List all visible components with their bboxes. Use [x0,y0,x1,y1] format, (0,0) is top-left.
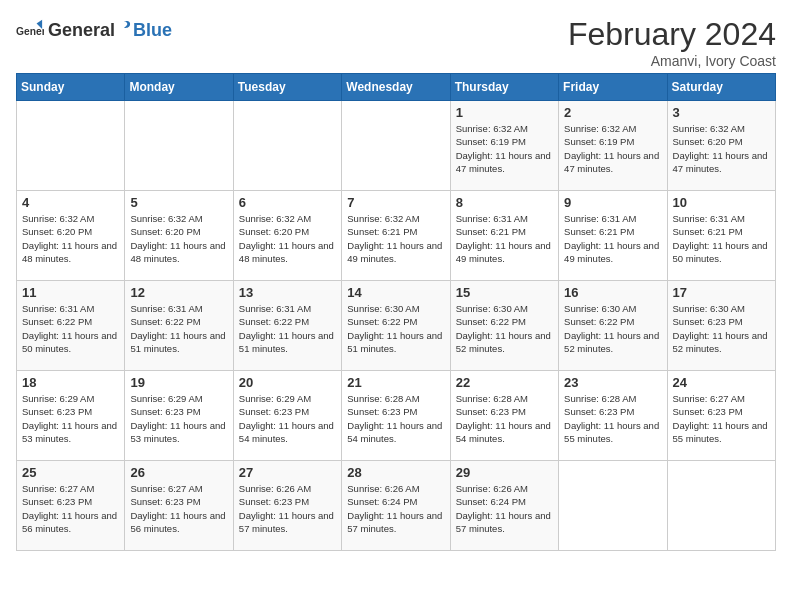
day-info: Sunrise: 6:32 AM Sunset: 6:20 PM Dayligh… [673,122,770,175]
day-info: Sunrise: 6:27 AM Sunset: 6:23 PM Dayligh… [130,482,227,535]
calendar-cell [17,101,125,191]
logo-bird-icon [116,20,132,36]
calendar-cell: 9Sunrise: 6:31 AM Sunset: 6:21 PM Daylig… [559,191,667,281]
day-number: 10 [673,195,770,210]
calendar-cell: 29Sunrise: 6:26 AM Sunset: 6:24 PM Dayli… [450,461,558,551]
day-info: Sunrise: 6:30 AM Sunset: 6:22 PM Dayligh… [347,302,444,355]
calendar-cell: 17Sunrise: 6:30 AM Sunset: 6:23 PM Dayli… [667,281,775,371]
calendar-cell: 15Sunrise: 6:30 AM Sunset: 6:22 PM Dayli… [450,281,558,371]
calendar-cell: 18Sunrise: 6:29 AM Sunset: 6:23 PM Dayli… [17,371,125,461]
title-block: February 2024 Amanvi, Ivory Coast [568,16,776,69]
day-info: Sunrise: 6:32 AM Sunset: 6:20 PM Dayligh… [130,212,227,265]
calendar-title: February 2024 [568,16,776,53]
logo-blue-text: Blue [133,20,172,41]
calendar-cell: 20Sunrise: 6:29 AM Sunset: 6:23 PM Dayli… [233,371,341,461]
day-info: Sunrise: 6:29 AM Sunset: 6:23 PM Dayligh… [22,392,119,445]
day-info: Sunrise: 6:31 AM Sunset: 6:21 PM Dayligh… [673,212,770,265]
day-info: Sunrise: 6:28 AM Sunset: 6:23 PM Dayligh… [456,392,553,445]
calendar-cell: 14Sunrise: 6:30 AM Sunset: 6:22 PM Dayli… [342,281,450,371]
day-number: 1 [456,105,553,120]
calendar-cell [125,101,233,191]
day-info: Sunrise: 6:32 AM Sunset: 6:19 PM Dayligh… [456,122,553,175]
calendar-cell: 13Sunrise: 6:31 AM Sunset: 6:22 PM Dayli… [233,281,341,371]
day-info: Sunrise: 6:30 AM Sunset: 6:22 PM Dayligh… [564,302,661,355]
calendar-cell: 11Sunrise: 6:31 AM Sunset: 6:22 PM Dayli… [17,281,125,371]
calendar-cell: 27Sunrise: 6:26 AM Sunset: 6:23 PM Dayli… [233,461,341,551]
day-number: 25 [22,465,119,480]
day-info: Sunrise: 6:28 AM Sunset: 6:23 PM Dayligh… [564,392,661,445]
day-number: 11 [22,285,119,300]
day-info: Sunrise: 6:31 AM Sunset: 6:21 PM Dayligh… [456,212,553,265]
day-number: 18 [22,375,119,390]
calendar-cell [342,101,450,191]
day-info: Sunrise: 6:31 AM Sunset: 6:22 PM Dayligh… [22,302,119,355]
calendar-cell [559,461,667,551]
day-number: 28 [347,465,444,480]
day-number: 20 [239,375,336,390]
day-number: 7 [347,195,444,210]
calendar-cell: 24Sunrise: 6:27 AM Sunset: 6:23 PM Dayli… [667,371,775,461]
day-number: 27 [239,465,336,480]
calendar-table: SundayMondayTuesdayWednesdayThursdayFrid… [16,73,776,551]
day-number: 26 [130,465,227,480]
day-number: 22 [456,375,553,390]
logo-general-text: General [48,20,115,41]
calendar-week-5: 25Sunrise: 6:27 AM Sunset: 6:23 PM Dayli… [17,461,776,551]
day-number: 19 [130,375,227,390]
calendar-cell: 10Sunrise: 6:31 AM Sunset: 6:21 PM Dayli… [667,191,775,281]
day-info: Sunrise: 6:32 AM Sunset: 6:20 PM Dayligh… [239,212,336,265]
day-number: 14 [347,285,444,300]
calendar-cell: 5Sunrise: 6:32 AM Sunset: 6:20 PM Daylig… [125,191,233,281]
day-number: 17 [673,285,770,300]
calendar-subtitle: Amanvi, Ivory Coast [568,53,776,69]
svg-text:General: General [16,26,44,37]
calendar-cell: 26Sunrise: 6:27 AM Sunset: 6:23 PM Dayli… [125,461,233,551]
day-info: Sunrise: 6:29 AM Sunset: 6:23 PM Dayligh… [239,392,336,445]
day-header-monday: Monday [125,74,233,101]
day-header-tuesday: Tuesday [233,74,341,101]
day-number: 29 [456,465,553,480]
calendar-week-1: 1Sunrise: 6:32 AM Sunset: 6:19 PM Daylig… [17,101,776,191]
calendar-week-3: 11Sunrise: 6:31 AM Sunset: 6:22 PM Dayli… [17,281,776,371]
day-number: 16 [564,285,661,300]
day-info: Sunrise: 6:27 AM Sunset: 6:23 PM Dayligh… [22,482,119,535]
calendar-week-4: 18Sunrise: 6:29 AM Sunset: 6:23 PM Dayli… [17,371,776,461]
day-info: Sunrise: 6:30 AM Sunset: 6:22 PM Dayligh… [456,302,553,355]
day-header-wednesday: Wednesday [342,74,450,101]
day-info: Sunrise: 6:26 AM Sunset: 6:23 PM Dayligh… [239,482,336,535]
day-number: 9 [564,195,661,210]
calendar-cell: 8Sunrise: 6:31 AM Sunset: 6:21 PM Daylig… [450,191,558,281]
day-number: 23 [564,375,661,390]
day-number: 15 [456,285,553,300]
day-info: Sunrise: 6:31 AM Sunset: 6:22 PM Dayligh… [130,302,227,355]
day-info: Sunrise: 6:30 AM Sunset: 6:23 PM Dayligh… [673,302,770,355]
day-info: Sunrise: 6:26 AM Sunset: 6:24 PM Dayligh… [456,482,553,535]
calendar-cell: 4Sunrise: 6:32 AM Sunset: 6:20 PM Daylig… [17,191,125,281]
day-header-saturday: Saturday [667,74,775,101]
logo-icon: General [16,16,44,44]
day-number: 6 [239,195,336,210]
day-header-friday: Friday [559,74,667,101]
calendar-header-row: SundayMondayTuesdayWednesdayThursdayFrid… [17,74,776,101]
page-header: General General Blue February 2024 Amanv… [16,16,776,69]
calendar-week-2: 4Sunrise: 6:32 AM Sunset: 6:20 PM Daylig… [17,191,776,281]
calendar-cell [233,101,341,191]
calendar-cell: 28Sunrise: 6:26 AM Sunset: 6:24 PM Dayli… [342,461,450,551]
day-info: Sunrise: 6:26 AM Sunset: 6:24 PM Dayligh… [347,482,444,535]
day-number: 2 [564,105,661,120]
calendar-cell: 23Sunrise: 6:28 AM Sunset: 6:23 PM Dayli… [559,371,667,461]
calendar-cell: 6Sunrise: 6:32 AM Sunset: 6:20 PM Daylig… [233,191,341,281]
calendar-cell: 16Sunrise: 6:30 AM Sunset: 6:22 PM Dayli… [559,281,667,371]
day-number: 12 [130,285,227,300]
day-info: Sunrise: 6:31 AM Sunset: 6:21 PM Dayligh… [564,212,661,265]
day-number: 24 [673,375,770,390]
day-header-sunday: Sunday [17,74,125,101]
day-info: Sunrise: 6:31 AM Sunset: 6:22 PM Dayligh… [239,302,336,355]
calendar-cell: 2Sunrise: 6:32 AM Sunset: 6:19 PM Daylig… [559,101,667,191]
day-info: Sunrise: 6:29 AM Sunset: 6:23 PM Dayligh… [130,392,227,445]
day-number: 4 [22,195,119,210]
day-number: 13 [239,285,336,300]
calendar-cell [667,461,775,551]
calendar-cell: 7Sunrise: 6:32 AM Sunset: 6:21 PM Daylig… [342,191,450,281]
calendar-cell: 19Sunrise: 6:29 AM Sunset: 6:23 PM Dayli… [125,371,233,461]
